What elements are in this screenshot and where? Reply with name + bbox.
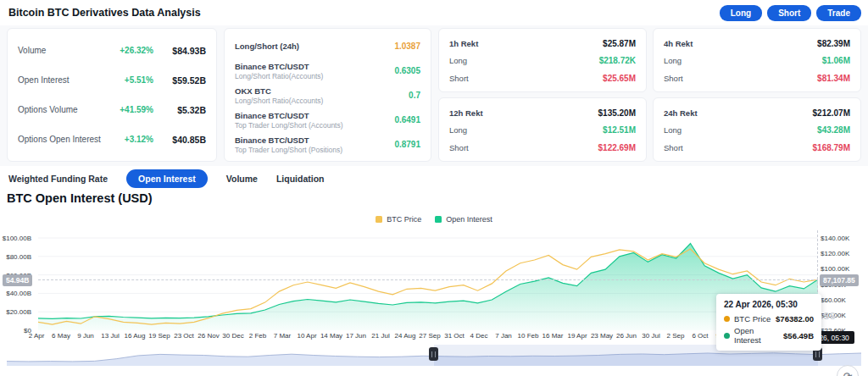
left-axis-tick: $100.00B: [3, 235, 31, 242]
rekt-long-value: $218.72K: [599, 56, 636, 65]
tooltip-value: $56.49B: [783, 331, 814, 340]
x-axis-tick: 31 Oct: [444, 332, 465, 340]
rekt-total: $82.39M: [817, 39, 850, 48]
x-axis-tick: 30 Dec: [222, 332, 243, 340]
btc-price-dot-icon: [724, 316, 730, 322]
navigator-left-handle[interactable]: [429, 347, 438, 361]
rekt-total: $212.07M: [813, 108, 850, 118]
stat-row-options-open-interest: Options Open Interest +3.12% $40.85B: [18, 124, 206, 154]
header: Bitcoin BTC Derivatives Data Analysis Lo…: [0, 0, 868, 25]
chart-tooltip: 22 Apr 2026, 05:30 BTC Price $76382.00 O…: [716, 294, 821, 351]
rekt-long-value: $1.06M: [822, 56, 850, 65]
left-axis-tick: $80.00B: [6, 252, 31, 260]
right-axis-tick: $100.00K: [821, 265, 849, 273]
open-interest-dot-icon: [724, 333, 730, 339]
chart-svg: [38, 230, 818, 330]
rekt-card-12h: 12h Rekt$135.20M Long$12.51M Short$122.6…: [438, 97, 647, 162]
volume-stats-card: Volume +26.32% $84.93B Open Interest +5.…: [7, 28, 217, 162]
ratio-label: Binance BTC/USDT: [235, 135, 394, 145]
ratio-label: Long/Short (24h): [235, 41, 394, 51]
x-axis-tick: 13 Jul: [101, 332, 119, 340]
x-axis-tick: 6 Oct: [692, 332, 708, 340]
btc-price-axis-badge: 87,107.85: [820, 274, 859, 286]
tab-weighted-funding-rate[interactable]: Weighted Funding Rate: [8, 169, 108, 188]
tab-volume[interactable]: Volume: [226, 169, 258, 188]
x-axis-tick: 21 Jul: [371, 332, 389, 340]
ratio-row: OKX BTC Long/Short Ratio(Accounts) 0.7: [235, 83, 420, 108]
legend-item-open-interest[interactable]: Open Interest: [435, 215, 492, 224]
ratio-value: 0.6491: [394, 115, 420, 124]
stat-change: +26.32%: [101, 46, 153, 55]
ratio-label: Binance BTC/USDT: [235, 62, 394, 71]
x-axis-tick: 16 Mar: [542, 332, 564, 340]
page-title: Bitcoin BTC Derivatives Data Analysis: [8, 7, 201, 19]
x-axis-tick: 6 May: [52, 332, 70, 340]
stat-change: +3.12%: [101, 135, 153, 144]
legend-label: BTC Price: [387, 215, 421, 224]
x-axis-tick: 30 Jul: [642, 332, 659, 340]
long-button[interactable]: Long: [720, 5, 762, 21]
rekt-long-label: Long: [664, 56, 822, 65]
tooltip-label: Open Interest: [734, 326, 779, 345]
x-axis-tick: 27 Sep: [419, 332, 440, 340]
x-axis-tick: 14 May: [320, 332, 342, 340]
x-axis-tick: 17 Jun: [346, 332, 366, 340]
stat-label: Options Volume: [18, 105, 101, 114]
rekt-title: 12h Rekt: [449, 108, 598, 118]
tooltip-label: BTC Price: [734, 314, 771, 323]
tooltip-row-btc-price: BTC Price $76382.00: [724, 314, 814, 323]
rekt-long-label: Long: [449, 125, 603, 135]
current-value-dashed-line: [38, 279, 818, 280]
rekt-short-value: $25.65M: [603, 74, 636, 83]
stat-row-open-interest: Open Interest +5.51% $59.52B: [18, 65, 206, 95]
x-axis-tick: 26 Jun: [616, 332, 637, 340]
x-axis-tick: 9 Jun: [77, 332, 94, 340]
ratio-sublabel: Top Trader Long/Short (Accounts): [235, 121, 394, 130]
x-axis-tick: 10 Apr: [297, 332, 316, 340]
ratio-value: 1.0387: [394, 41, 420, 51]
x-axis-tick: 19 Sep: [148, 332, 170, 340]
rekt-short-value: $81.34M: [817, 74, 850, 83]
chart-title: BTC Open Interest (USD): [7, 191, 153, 205]
tab-open-interest[interactable]: Open Interest: [126, 169, 208, 188]
tab-liquidation[interactable]: Liquidation: [276, 169, 325, 188]
main-chart[interactable]: [38, 230, 818, 330]
rekt-short-label: Short: [449, 143, 598, 152]
rekt-short-value: $122.69M: [598, 143, 636, 152]
short-button[interactable]: Short: [767, 5, 811, 21]
x-axis-tick: 24 Aug: [395, 332, 416, 340]
rekt-short-label: Short: [664, 143, 813, 152]
ratio-label: OKX BTC: [235, 86, 409, 96]
x-axis-tick: 4 Dec: [470, 332, 488, 340]
rekt-long-value: $43.28M: [817, 125, 850, 135]
ratio-value: 0.6305: [394, 66, 420, 75]
rekt-long-value: $12.51M: [603, 125, 636, 135]
reset-zoom-icon[interactable]: ⟳: [837, 365, 859, 376]
left-axis-tick: $40.00B: [6, 290, 31, 297]
rekt-card-24h: 24h Rekt$212.07M Long$43.28M Short$168.7…: [653, 97, 861, 162]
stat-row-options-volume: Options Volume +41.59% $5.32B: [18, 95, 206, 124]
ratio-row: Binance BTC/USDT Top Trader Long/Short (…: [235, 132, 420, 157]
header-actions: Long Short Trade: [720, 5, 861, 21]
stat-label: Open Interest: [18, 75, 101, 85]
x-axis-tick: 19 Apr: [567, 332, 587, 340]
x-axis-tick: 7 Mar: [274, 332, 291, 340]
trade-button[interactable]: Trade: [816, 5, 861, 21]
ratio-sublabel: Long/Short Ratio(Accounts): [235, 72, 394, 80]
long-short-ratio-card: Long/Short (24h) 1.0387 Binance BTC/USDT…: [224, 28, 431, 162]
legend-item-btc-price[interactable]: BTC Price: [376, 215, 421, 224]
ratio-value: 0.8791: [394, 140, 420, 149]
x-axis: 2 Apr6 May9 Jun13 Jul16 Aug19 Sep23 Oct2…: [36, 332, 825, 342]
ratio-sublabel: Top Trader Long/Short (Positions): [235, 146, 394, 154]
x-axis-tick: 26 Nov: [198, 332, 219, 340]
legend-label: Open Interest: [446, 215, 492, 224]
ratio-row: Binance BTC/USDT Top Trader Long/Short (…: [235, 108, 420, 132]
rekt-short-value: $168.79M: [813, 143, 850, 152]
x-axis-tick: 23 May: [591, 332, 613, 340]
rekt-short-label: Short: [664, 74, 817, 83]
left-axis-tick: $20.00B: [6, 308, 31, 316]
stat-value: $40.85B: [153, 135, 206, 145]
right-axis-tick: $140.00K: [821, 235, 849, 242]
tooltip-row-open-interest: Open Interest $56.49B: [724, 326, 814, 345]
x-axis-tick: 2 Apr: [29, 332, 45, 340]
